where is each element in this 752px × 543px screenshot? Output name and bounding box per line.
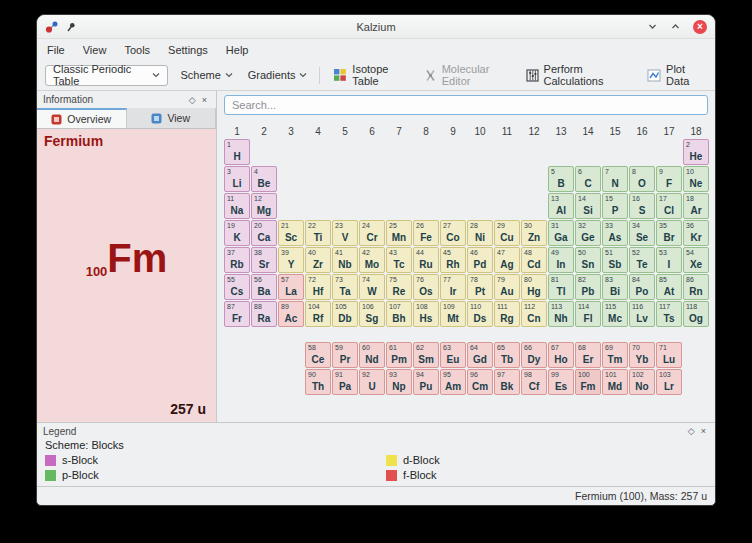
element-Ho[interactable]: 67Ho: [548, 342, 574, 368]
element-He[interactable]: 2He: [683, 139, 709, 165]
element-Cu[interactable]: 29Cu: [494, 220, 520, 246]
close-icon[interactable]: ×: [693, 20, 707, 34]
plot-data-button[interactable]: Plot Data: [643, 61, 707, 89]
element-Sr[interactable]: 38Sr: [251, 247, 277, 273]
element-Hg[interactable]: 80Hg: [521, 274, 547, 300]
element-Cn[interactable]: 112Cn: [521, 301, 547, 327]
close-panel-icon[interactable]: ×: [698, 426, 709, 436]
element-Cf[interactable]: 98Cf: [521, 369, 547, 395]
element-Lv[interactable]: 116Lv: [629, 301, 655, 327]
element-Bh[interactable]: 107Bh: [386, 301, 412, 327]
element-Fe[interactable]: 26Fe: [413, 220, 439, 246]
element-Ti[interactable]: 22Ti: [305, 220, 331, 246]
element-As[interactable]: 33As: [602, 220, 628, 246]
element-Tl[interactable]: 81Tl: [548, 274, 574, 300]
element-Mt[interactable]: 109Mt: [440, 301, 466, 327]
element-Sm[interactable]: 62Sm: [413, 342, 439, 368]
float-panel-icon[interactable]: ◇: [186, 95, 199, 105]
element-Mc[interactable]: 115Mc: [602, 301, 628, 327]
element-Si[interactable]: 14Si: [575, 193, 601, 219]
element-Os[interactable]: 76Os: [413, 274, 439, 300]
menu-help[interactable]: Help: [226, 44, 249, 56]
element-Th[interactable]: 90Th: [305, 369, 331, 395]
element-Be[interactable]: 4Be: [251, 166, 277, 192]
element-At[interactable]: 85At: [656, 274, 682, 300]
element-Br[interactable]: 35Br: [656, 220, 682, 246]
element-Fr[interactable]: 87Fr: [224, 301, 250, 327]
element-No[interactable]: 102No: [629, 369, 655, 395]
element-Am[interactable]: 95Am: [440, 369, 466, 395]
element-Ar[interactable]: 18Ar: [683, 193, 709, 219]
element-Ne[interactable]: 10Ne: [683, 166, 709, 192]
element-U[interactable]: 92U: [359, 369, 385, 395]
pin-icon[interactable]: [65, 21, 77, 33]
element-Nd[interactable]: 60Nd: [359, 342, 385, 368]
element-Rn[interactable]: 86Rn: [683, 274, 709, 300]
element-Co[interactable]: 27Co: [440, 220, 466, 246]
element-Bi[interactable]: 83Bi: [602, 274, 628, 300]
element-Rh[interactable]: 45Rh: [440, 247, 466, 273]
element-Nh[interactable]: 113Nh: [548, 301, 574, 327]
element-P[interactable]: 15P: [602, 193, 628, 219]
element-Mo[interactable]: 42Mo: [359, 247, 385, 273]
element-Ba[interactable]: 56Ba: [251, 274, 277, 300]
element-Ru[interactable]: 44Ru: [413, 247, 439, 273]
menu-file[interactable]: File: [47, 44, 65, 56]
element-Xe[interactable]: 54Xe: [683, 247, 709, 273]
element-Eu[interactable]: 63Eu: [440, 342, 466, 368]
element-Ag[interactable]: 47Ag: [494, 247, 520, 273]
table-type-select[interactable]: Classic Periodic Table: [45, 65, 168, 86]
element-Mn[interactable]: 25Mn: [386, 220, 412, 246]
element-Fm[interactable]: 100Fm: [575, 369, 601, 395]
element-Ac[interactable]: 89Ac: [278, 301, 304, 327]
element-Lr[interactable]: 103Lr: [656, 369, 682, 395]
element-Ni[interactable]: 28Ni: [467, 220, 493, 246]
element-Pr[interactable]: 59Pr: [332, 342, 358, 368]
element-Pu[interactable]: 94Pu: [413, 369, 439, 395]
element-Na[interactable]: 11Na: [224, 193, 250, 219]
element-Tb[interactable]: 65Tb: [494, 342, 520, 368]
element-Pm[interactable]: 61Pm: [386, 342, 412, 368]
element-Pd[interactable]: 46Pd: [467, 247, 493, 273]
element-Db[interactable]: 105Db: [332, 301, 358, 327]
element-Lu[interactable]: 71Lu: [656, 342, 682, 368]
element-B[interactable]: 5B: [548, 166, 574, 192]
element-Ge[interactable]: 32Ge: [575, 220, 601, 246]
element-Cs[interactable]: 55Cs: [224, 274, 250, 300]
element-Md[interactable]: 101Md: [602, 369, 628, 395]
element-Y[interactable]: 39Y: [278, 247, 304, 273]
element-Cm[interactable]: 96Cm: [467, 369, 493, 395]
element-O[interactable]: 8O: [629, 166, 655, 192]
element-Tm[interactable]: 69Tm: [602, 342, 628, 368]
element-Rb[interactable]: 37Rb: [224, 247, 250, 273]
element-Te[interactable]: 52Te: [629, 247, 655, 273]
element-K[interactable]: 19K: [224, 220, 250, 246]
element-Sb[interactable]: 51Sb: [602, 247, 628, 273]
element-W[interactable]: 74W: [359, 274, 385, 300]
element-S[interactable]: 16S: [629, 193, 655, 219]
gradients-dropdown[interactable]: Gradients: [245, 67, 311, 83]
element-Rf[interactable]: 104Rf: [305, 301, 331, 327]
element-Zn[interactable]: 30Zn: [521, 220, 547, 246]
element-Yb[interactable]: 70Yb: [629, 342, 655, 368]
element-Ce[interactable]: 58Ce: [305, 342, 331, 368]
element-Er[interactable]: 68Er: [575, 342, 601, 368]
element-Cl[interactable]: 17Cl: [656, 193, 682, 219]
element-Pa[interactable]: 91Pa: [332, 369, 358, 395]
element-Np[interactable]: 93Np: [386, 369, 412, 395]
element-La[interactable]: 57La: [278, 274, 304, 300]
element-Sc[interactable]: 21Sc: [278, 220, 304, 246]
close-panel-icon[interactable]: ×: [199, 95, 210, 105]
element-Se[interactable]: 34Se: [629, 220, 655, 246]
element-Re[interactable]: 75Re: [386, 274, 412, 300]
minimize-icon[interactable]: [647, 21, 658, 32]
element-N[interactable]: 7N: [602, 166, 628, 192]
element-H[interactable]: 1H: [224, 139, 250, 165]
element-Cd[interactable]: 48Cd: [521, 247, 547, 273]
element-Ga[interactable]: 31Ga: [548, 220, 574, 246]
element-Hs[interactable]: 108Hs: [413, 301, 439, 327]
element-Ts[interactable]: 117Ts: [656, 301, 682, 327]
element-Cr[interactable]: 24Cr: [359, 220, 385, 246]
element-Al[interactable]: 13Al: [548, 193, 574, 219]
element-Ds[interactable]: 110Ds: [467, 301, 493, 327]
